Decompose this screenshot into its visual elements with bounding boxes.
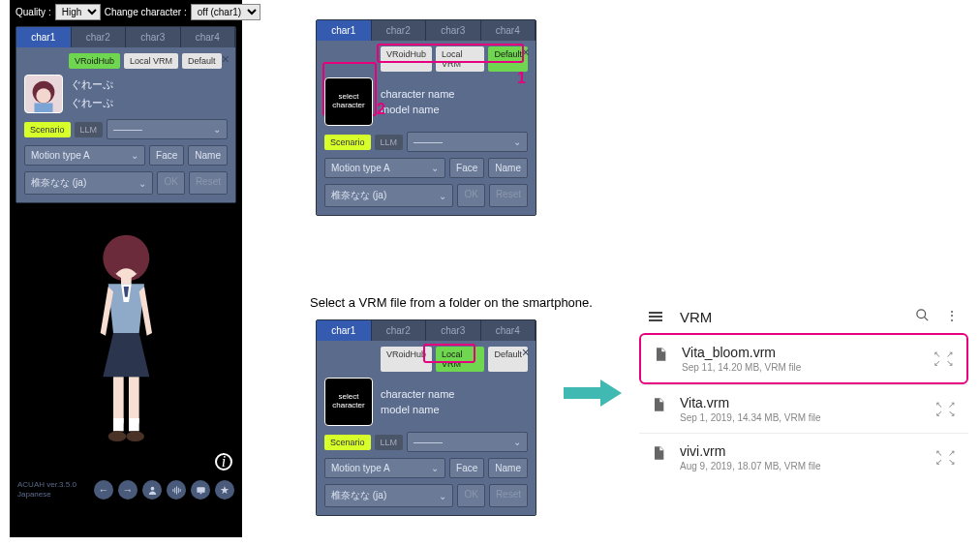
chip-llm[interactable]: LLM (375, 435, 404, 450)
avatar-thumb[interactable] (24, 75, 63, 113)
tab-char3[interactable]: char3 (426, 320, 481, 341)
svg-point-21 (917, 310, 926, 318)
user-icon[interactable] (142, 480, 162, 500)
file-item-2[interactable]: vivi.vrmAug 9, 2019, 18.07 MB, VRM file … (639, 433, 968, 481)
file-icon (653, 345, 668, 364)
change-char-label: Change character : (105, 7, 187, 17)
character-name-placeholder: character name (381, 388, 454, 400)
tab-char4[interactable]: char4 (181, 27, 236, 47)
pill-localvrm[interactable]: Local VRM (436, 347, 484, 372)
quality-label: Quality : (15, 7, 51, 17)
chat-icon[interactable] (191, 480, 210, 500)
close-icon[interactable]: × (222, 51, 230, 67)
picker-title: VRM (680, 309, 712, 325)
tab-char4[interactable]: char4 (481, 320, 536, 341)
svg-rect-7 (121, 276, 132, 284)
face-button[interactable]: Face (449, 158, 484, 178)
scenario-select[interactable]: ———⌄ (407, 432, 528, 452)
ok-button[interactable]: OK (457, 184, 484, 207)
svg-rect-9 (129, 377, 139, 423)
name-button[interactable]: Name (488, 158, 528, 178)
character-name-placeholder: character name (381, 88, 454, 100)
svg-rect-15 (172, 489, 173, 492)
name-button[interactable]: Name (188, 145, 228, 166)
annotation-2: 2 (377, 101, 385, 118)
name-button[interactable]: Name (488, 458, 528, 478)
svg-point-12 (107, 431, 126, 441)
select-character-box[interactable]: select character (324, 378, 373, 426)
chevron-down-icon: ⌄ (138, 178, 146, 189)
panel-default-highlight: char1 char2 char3 char4 × VRoidHub Local… (310, 17, 542, 218)
chevron-down-icon: ⌄ (131, 150, 138, 161)
file-item-1[interactable]: Vita.vrmSep 1, 2019, 14.34 MB, VRM file … (639, 384, 968, 433)
model-name: ぐれーぷ (71, 96, 113, 110)
back-icon[interactable]: ← (94, 480, 113, 500)
chip-scenario[interactable]: Scenario (324, 135, 371, 150)
forward-icon[interactable]: → (118, 480, 138, 500)
reset-button[interactable]: Reset (189, 171, 228, 195)
chip-llm[interactable]: LLM (75, 122, 104, 137)
chip-scenario[interactable]: Scenario (324, 435, 371, 450)
pill-vroidhub[interactable]: VRoidHub (381, 46, 432, 72)
tab-char2[interactable]: char2 (372, 320, 427, 341)
svg-rect-16 (174, 487, 175, 493)
voice-select[interactable]: 椎奈なな (ja)⌄ (324, 484, 453, 507)
model-name-placeholder: model name (381, 104, 454, 115)
select-character-box[interactable]: select character (324, 77, 373, 126)
char-tabs: char1 char2 char3 char4 (16, 27, 235, 47)
tab-char2[interactable]: char2 (372, 20, 427, 41)
audio-icon[interactable] (167, 480, 186, 500)
close-icon[interactable]: × (522, 45, 530, 60)
scenario-select[interactable]: ———⌄ (407, 132, 528, 152)
file-picker: VRM ⋮ Vita_bloom.vrmSep 11, 14.20 MB, VR… (639, 300, 968, 481)
annotation-1: 1 (517, 70, 526, 87)
file-item-0[interactable]: Vita_bloom.vrmSep 11, 14.20 MB, VRM file… (639, 333, 968, 384)
reset-button[interactable]: Reset (489, 484, 528, 507)
character-name: ぐれーぷ (71, 77, 113, 92)
info-icon[interactable]: i (215, 453, 232, 470)
file-icon (651, 443, 666, 463)
chip-llm[interactable]: LLM (375, 135, 404, 150)
tab-char1[interactable]: char1 (16, 27, 72, 47)
voice-select[interactable]: 椎奈なな (ja)⌄ (24, 171, 153, 195)
tab-char2[interactable]: char2 (72, 27, 127, 47)
face-button[interactable]: Face (149, 145, 184, 166)
pill-default[interactable]: Default (182, 53, 222, 69)
pill-localvrm[interactable]: Local VRM (124, 53, 178, 69)
chip-scenario[interactable]: Scenario (24, 122, 71, 137)
expand-icon[interactable]: ↖ ↗↙ ↘ (935, 449, 957, 467)
voice-select[interactable]: 椎奈なな (ja)⌄ (324, 184, 453, 207)
pill-vroidhub[interactable]: VRoidHub (69, 53, 120, 69)
face-button[interactable]: Face (449, 458, 484, 478)
ok-button[interactable]: OK (157, 171, 184, 195)
close-icon[interactable]: × (522, 345, 530, 360)
scenario-select[interactable]: ———⌄ (107, 119, 228, 139)
motion-select[interactable]: Motion type A⌄ (324, 158, 445, 178)
svg-point-13 (126, 431, 144, 441)
tab-char4[interactable]: char4 (481, 20, 536, 41)
star-icon[interactable]: ★ (215, 480, 234, 500)
pill-vroidhub[interactable]: VRoidHub (381, 347, 432, 372)
motion-select[interactable]: Motion type A⌄ (324, 458, 445, 478)
footer-bar: ACUAH ver.3.5.0 Japanese ← → ★ (10, 476, 242, 503)
character-stage: i (10, 205, 242, 476)
change-char-select[interactable]: off (char1) (191, 4, 260, 20)
pill-localvrm[interactable]: Local VRM (436, 46, 484, 72)
svg-rect-20 (197, 487, 204, 493)
more-icon[interactable]: ⋮ (945, 308, 959, 325)
tab-char1[interactable]: char1 (317, 320, 372, 341)
quality-select[interactable]: High (55, 4, 101, 20)
ok-button[interactable]: OK (457, 484, 484, 507)
tab-char3[interactable]: char3 (126, 27, 181, 47)
tab-char3[interactable]: char3 (426, 20, 481, 41)
expand-icon[interactable]: ↖ ↗↙ ↘ (934, 350, 955, 368)
phone-screenshot-left: Quality : High Change character : off (c… (10, 0, 242, 537)
expand-icon[interactable]: ↖ ↗↙ ↘ (935, 401, 957, 418)
tab-char1[interactable]: char1 (317, 20, 372, 41)
menu-icon[interactable] (649, 312, 662, 321)
search-icon[interactable] (915, 308, 930, 325)
model-name-placeholder: model name (381, 404, 454, 415)
top-controls: Quality : High Change character : off (c… (10, 0, 242, 24)
reset-button[interactable]: Reset (489, 184, 528, 207)
motion-select[interactable]: Motion type A⌄ (24, 145, 145, 166)
